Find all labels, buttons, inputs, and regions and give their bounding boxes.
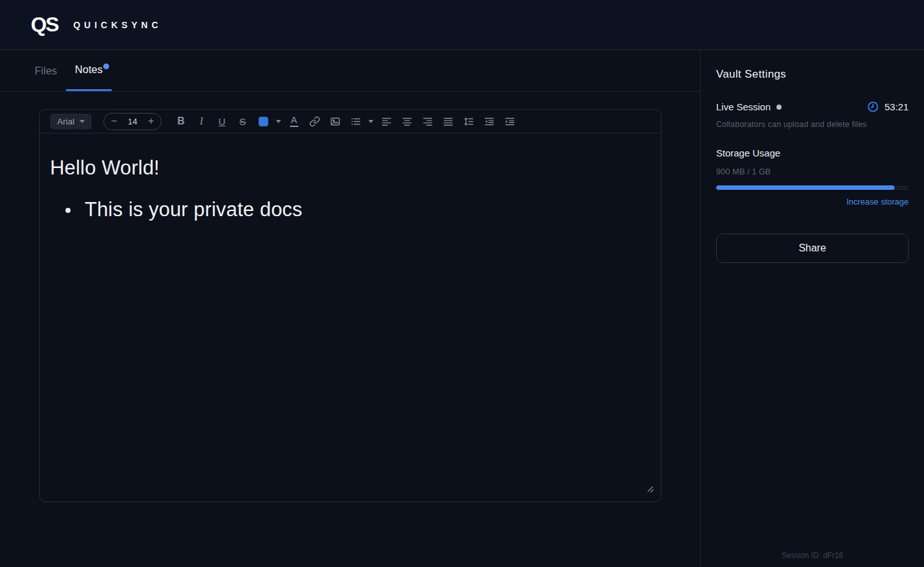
font-family-dropdown[interactable]: Arial bbox=[50, 114, 92, 130]
sidebar-title: Vault Settings bbox=[716, 68, 909, 81]
notes-notification-dot bbox=[103, 63, 109, 69]
italic-icon: I bbox=[200, 115, 203, 127]
underline-button[interactable]: U bbox=[212, 112, 232, 130]
doc-bullet-list: This is your private docs bbox=[50, 198, 651, 221]
italic-button[interactable]: I bbox=[191, 112, 212, 130]
color-swatch-button[interactable] bbox=[253, 112, 273, 130]
font-size-stepper: − 14 + bbox=[103, 113, 162, 130]
rich-text-editor: Arial − 14 + B I U S bbox=[39, 109, 662, 502]
tab-files[interactable]: Files bbox=[26, 50, 66, 91]
session-id: Session ID: dFr16 bbox=[701, 551, 924, 560]
decrease-font-button[interactable]: − bbox=[111, 116, 117, 126]
bold-icon: B bbox=[177, 115, 185, 127]
underline-icon: U bbox=[219, 116, 226, 127]
live-session-label: Live Session bbox=[716, 101, 771, 112]
color-swatch-dropdown[interactable] bbox=[273, 112, 284, 130]
indent-button[interactable] bbox=[499, 112, 520, 130]
logo-icon: QS bbox=[31, 13, 58, 37]
editor-area: Arial − 14 + B I U S bbox=[0, 92, 700, 567]
storage-progress-fill bbox=[716, 185, 894, 190]
align-left-button[interactable] bbox=[376, 112, 397, 130]
brand-name: QUICKSYNC bbox=[73, 20, 162, 30]
strikethrough-button[interactable]: S bbox=[232, 112, 253, 130]
storage-usage-value: 900 MB / 1 GB bbox=[716, 167, 909, 176]
tab-notes[interactable]: Notes bbox=[66, 50, 112, 91]
editor-toolbar: Arial − 14 + B I U S bbox=[40, 110, 661, 133]
main-panel: Files Notes Arial bbox=[0, 50, 701, 567]
chevron-down-icon bbox=[276, 120, 281, 123]
clock-icon bbox=[867, 101, 879, 113]
bullet-list-dropdown[interactable] bbox=[366, 112, 376, 130]
doc-bullet-item: This is your private docs bbox=[50, 198, 651, 221]
live-status-dot bbox=[776, 105, 782, 110]
strikethrough-icon: S bbox=[239, 116, 246, 127]
document-canvas[interactable]: Hello World! This is your private docs bbox=[40, 133, 661, 502]
bullet-list-icon bbox=[350, 116, 361, 127]
storage-progress-bar bbox=[716, 185, 909, 190]
font-size-value: 14 bbox=[128, 117, 137, 126]
top-header: QS QUICKSYNC bbox=[0, 0, 924, 50]
line-spacing-icon bbox=[463, 116, 474, 127]
increase-font-button[interactable]: + bbox=[148, 116, 154, 126]
storage-usage-label: Storage Usage bbox=[716, 148, 909, 158]
vault-settings-panel: Vault Settings Live Session 53:21 Collab… bbox=[701, 50, 924, 567]
align-right-button[interactable] bbox=[417, 112, 438, 130]
text-color-button[interactable]: A bbox=[284, 112, 304, 130]
live-session-caption: Collaborators can upload and delete file… bbox=[716, 120, 909, 129]
indent-icon bbox=[504, 116, 515, 127]
tab-notes-label: Notes bbox=[75, 63, 103, 76]
app-window: QS QUICKSYNC Files Notes bbox=[0, 0, 924, 567]
line-spacing-button[interactable] bbox=[458, 112, 479, 130]
session-timer: 53:21 bbox=[884, 101, 909, 112]
increase-storage-link[interactable]: Increase storage bbox=[716, 197, 909, 207]
align-left-icon bbox=[381, 116, 392, 127]
align-center-button[interactable] bbox=[397, 112, 417, 130]
chevron-down-icon bbox=[80, 120, 85, 123]
share-button[interactable]: Share bbox=[716, 233, 909, 263]
insert-link-button[interactable] bbox=[304, 112, 325, 130]
align-center-icon bbox=[402, 116, 413, 127]
outdent-icon bbox=[484, 116, 495, 127]
tab-files-label: Files bbox=[35, 65, 57, 77]
insert-image-button[interactable] bbox=[325, 112, 345, 130]
outdent-button[interactable] bbox=[479, 112, 499, 130]
text-color-icon: A bbox=[290, 115, 298, 127]
chevron-down-icon bbox=[368, 120, 373, 123]
bold-button[interactable]: B bbox=[171, 112, 191, 130]
align-right-icon bbox=[422, 116, 433, 127]
image-icon bbox=[330, 116, 341, 127]
font-family-value: Arial bbox=[57, 117, 74, 126]
resize-handle[interactable] bbox=[646, 485, 655, 496]
align-justify-icon bbox=[443, 116, 454, 127]
link-icon bbox=[309, 116, 320, 127]
bullet-list-button[interactable] bbox=[345, 112, 366, 130]
color-swatch-icon bbox=[259, 117, 268, 126]
live-session-row: Live Session 53:21 bbox=[716, 101, 909, 113]
tab-bar: Files Notes bbox=[0, 50, 700, 92]
align-justify-button[interactable] bbox=[438, 112, 458, 130]
doc-heading: Hello World! bbox=[50, 157, 651, 180]
